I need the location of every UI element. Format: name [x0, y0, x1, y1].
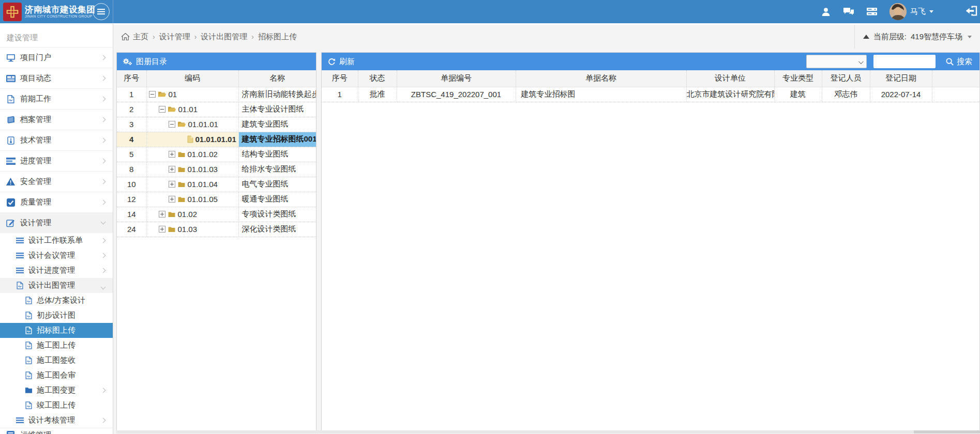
user-button[interactable] [821, 7, 831, 17]
tree-row[interactable]: 8 01.01.03 给排水专业图纸 [117, 162, 316, 177]
filter-select[interactable] [806, 55, 867, 68]
current-level-label: 当前层级: [873, 32, 907, 42]
tree-row[interactable]: 14 01.02 专项设计类图纸 [117, 207, 316, 222]
pdf-file-icon [24, 357, 34, 364]
horizontal-scrollbar[interactable] [116, 430, 980, 433]
user-menu[interactable]: 马飞 [889, 3, 933, 20]
chevron-down-icon [101, 220, 106, 225]
sidebar-item-design-progress-mgmt[interactable]: 设计进度管理 [0, 263, 113, 278]
expand-toggle[interactable] [169, 166, 175, 173]
chevron-right-icon [101, 418, 106, 423]
chevron-right-icon [101, 268, 106, 273]
sidebar-item-construction-drawing-review[interactable]: 施工图会审 [0, 368, 113, 383]
tree-row[interactable]: 2 01.01 主体专业设计图纸 [117, 102, 316, 117]
collapse-toggle[interactable] [149, 91, 156, 98]
col-header-design-unit: 设计单位 [686, 70, 774, 87]
sidebar-item-design-assessment-mgmt[interactable]: 设计考核管理 [0, 413, 113, 428]
documents-table: 序号 状态 单据编号 单据名称 设计单位 专业类型 登记人员 登记日期 1 批 [322, 70, 979, 102]
expand-toggle[interactable] [159, 211, 165, 218]
sidebar-item-design-mgmt[interactable]: 设计管理 [0, 212, 113, 233]
breadcrumb-design-drawing-mgmt[interactable]: 设计出图管理 [201, 32, 247, 42]
scrollbar-thumb[interactable] [914, 430, 980, 433]
sidebar-item-label: 安全管理 [20, 177, 51, 187]
sidebar-item-project-news[interactable]: 项目动态 [0, 68, 113, 88]
sidebar-item-construction-drawing-receipt[interactable]: 施工图签收 [0, 353, 113, 368]
search-label: 搜索 [957, 57, 972, 67]
sidebar-item-tech-mgmt[interactable]: 技术管理 [0, 130, 113, 150]
folder-closed-icon [177, 196, 186, 203]
sidebar-item-quality-mgmt[interactable]: 质量管理 [0, 192, 113, 212]
home-icon [122, 33, 129, 40]
tree-row-selected[interactable]: 4 01.01.01.01 建筑专业招标图纸001 [117, 132, 316, 147]
tree-row[interactable]: 1 01 济南新旧动能转换起步区... [117, 87, 316, 102]
current-level-selector[interactable]: 当前层级: 419智慧停车场 [854, 25, 980, 49]
apps-button[interactable] [867, 7, 877, 16]
sidebar-item-label: 设计出图管理 [28, 281, 75, 290]
company-logo [3, 3, 22, 21]
chevron-right-icon [101, 238, 106, 243]
cell-doc-name: 建筑专业招标图 [516, 87, 686, 102]
folder-icon [24, 387, 34, 394]
document-row[interactable]: 1 批准 ZBTSC_419_202207_001 建筑专业招标图 北京市建筑设… [322, 87, 979, 102]
pdf-file-icon [24, 371, 34, 379]
collapse-toggle[interactable] [169, 121, 175, 128]
avatar[interactable] [889, 3, 907, 20]
chevron-right-icon [101, 97, 106, 102]
chevron-down-icon [101, 285, 106, 290]
search-input[interactable] [873, 55, 936, 68]
current-level-value: 419智慧停车场 [911, 32, 962, 42]
col-header-seq: 序号 [117, 70, 146, 87]
col-header-name: 名称 [238, 70, 316, 87]
sidebar-item-design-meeting-mgmt[interactable]: 设计会议管理 [0, 248, 113, 263]
expand-toggle[interactable] [159, 226, 165, 233]
sidebar-item-preliminary-design-drawing[interactable]: 初步设计图 [0, 308, 113, 323]
breadcrumb-separator: › [251, 33, 254, 41]
chevron-right-icon [101, 388, 106, 393]
expand-toggle[interactable] [169, 196, 175, 203]
tree-row[interactable]: 12 01.01.05 暖通专业图纸 [117, 192, 316, 207]
search-button[interactable]: 搜索 [946, 57, 972, 67]
search-icon [946, 58, 954, 66]
logout-button[interactable] [964, 5, 980, 19]
col-header-major: 专业类型 [774, 70, 822, 87]
chevron-right-icon [101, 117, 106, 122]
messages-button[interactable] [843, 7, 854, 17]
sidebar-item-preliminary-work[interactable]: 前期工作 [0, 88, 113, 109]
breadcrumb-separator: › [194, 33, 198, 41]
sidebar-item-progress-mgmt[interactable]: 进度管理 [0, 150, 113, 171]
tree-row[interactable]: 10 01.01.04 电气专业图纸 [117, 177, 316, 192]
tree-row[interactable]: 3 01.01.01 建筑专业图纸 [117, 117, 316, 132]
check-square-icon [6, 198, 16, 207]
sidebar-toggle-button[interactable] [93, 3, 110, 20]
sidebar-item-construction-drawing-upload[interactable]: 施工图上传 [0, 338, 113, 353]
expand-toggle[interactable] [169, 181, 175, 188]
sidebar-item-ops-mgmt[interactable]: 运维管理 [0, 428, 113, 434]
chevron-right-icon [101, 179, 106, 184]
breadcrumb-current-page[interactable]: 招标图上传 [258, 32, 297, 42]
sidebar-item-project-portal[interactable]: 项目门户 [0, 47, 113, 68]
chevron-right-icon [101, 76, 106, 81]
sidebar-item-label: 前期工作 [20, 94, 51, 104]
expand-toggle[interactable] [169, 151, 175, 158]
sidebar-item-construction-drawing-change[interactable]: 施工图变更 [0, 383, 113, 398]
breadcrumb-design-mgmt[interactable]: 设计管理 [159, 32, 190, 42]
tree-row[interactable]: 24 01.03 深化设计类图纸 [117, 222, 316, 237]
list-icon [15, 253, 25, 258]
sidebar-item-overall-scheme-design[interactable]: 总体/方案设计 [0, 293, 113, 308]
book-icon [6, 116, 16, 124]
refresh-button[interactable]: 刷新 [328, 57, 355, 67]
sidebar-item-design-contact-sheet[interactable]: 设计工作联系单 [0, 233, 113, 248]
breadcrumb-home[interactable]: 主页 [133, 32, 148, 42]
sidebar-item-design-drawing-mgmt[interactable]: 设计出图管理 [0, 278, 113, 293]
chevron-right-icon [101, 159, 106, 164]
sidebar-item-safety-mgmt[interactable]: 安全管理 [0, 171, 113, 192]
collapse-toggle[interactable] [159, 106, 165, 113]
brand-area: 济南城市建设集团 JINAN CITY CONSTRUCTION GROUP [0, 0, 113, 23]
sidebar-item-completion-drawing-upload[interactable]: 竣工图上传 [0, 398, 113, 413]
tree-row[interactable]: 5 01.01.02 结构专业图纸 [117, 147, 316, 162]
progress-bars-icon [6, 158, 16, 165]
folder-open-icon [158, 91, 167, 98]
sidebar-item-archive-mgmt[interactable]: 档案管理 [0, 109, 113, 130]
sidebar-item-bid-drawing-upload[interactable]: 招标图上传 [0, 323, 113, 338]
sidebar-item-label: 设计考核管理 [28, 415, 75, 425]
